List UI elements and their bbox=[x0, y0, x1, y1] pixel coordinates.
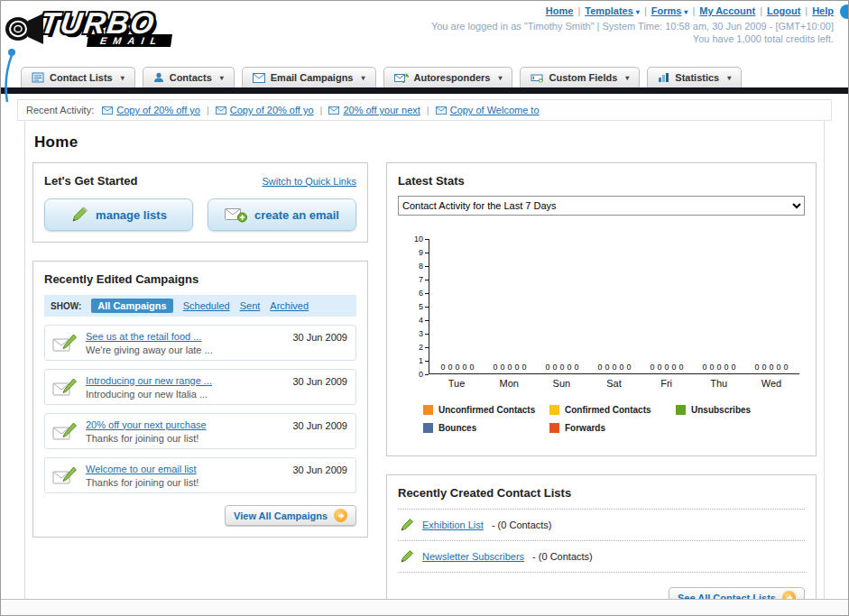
switch-to-quick-links-link[interactable]: Switch to Quick Links bbox=[262, 176, 356, 187]
filter-archived[interactable]: Archived bbox=[270, 300, 309, 311]
campaign-title-link[interactable]: Welcome to our email list bbox=[86, 464, 285, 474]
tab-contact-lists[interactable]: Contact Lists bbox=[21, 67, 135, 87]
chevron-down-icon bbox=[220, 74, 224, 82]
envelope-icon bbox=[102, 106, 113, 115]
tab-statistics[interactable]: Statistics bbox=[647, 67, 742, 87]
nav-link-logout[interactable]: Logout bbox=[767, 5, 800, 16]
stats-range-select[interactable]: Contact Activity for the Last 7 Days bbox=[398, 196, 805, 216]
recent-activity-label: Recent Activity: bbox=[26, 105, 94, 115]
chart-value: 0 bbox=[650, 363, 654, 372]
legend-label: Unsubscribes bbox=[691, 405, 751, 415]
chart-y-axis: 109876543210 bbox=[407, 239, 429, 374]
chevron-down-icon bbox=[727, 74, 731, 82]
campaign-title-link[interactable]: 20% off your next purchase bbox=[86, 419, 285, 430]
chart-value: 0 bbox=[522, 363, 527, 372]
chart-value: 0 bbox=[463, 363, 467, 372]
chart-value: 0 bbox=[761, 363, 766, 372]
nav-link-label: Forms bbox=[651, 5, 682, 16]
contact-list-link[interactable]: Exhibition List bbox=[422, 519, 484, 530]
y-axis-tick: 8 bbox=[419, 262, 429, 271]
pencil-icon bbox=[70, 207, 88, 223]
create-email-label: create an email bbox=[254, 208, 339, 222]
tab-label: Contact Lists bbox=[50, 72, 113, 83]
campaign-title-link[interactable]: See us at the retail food ... bbox=[86, 331, 285, 342]
contact-list-link[interactable]: Newsletter Subscribers bbox=[422, 551, 524, 562]
page: TURBO EMAIL Home|Templates|Forms|My Acco… bbox=[0, 0, 849, 616]
pencil-icon bbox=[400, 518, 414, 532]
left-column: Let's Get Started Switch to Quick Links … bbox=[32, 162, 368, 538]
legend-item: Unconfirmed Contacts bbox=[423, 405, 549, 415]
filter-sent[interactable]: Sent bbox=[240, 300, 261, 311]
contact-list-row[interactable]: Newsletter Subscribers - (0 Contacts) bbox=[398, 541, 805, 573]
nav-link-help[interactable]: Help bbox=[812, 5, 834, 16]
chart-value: 0 bbox=[507, 363, 512, 372]
campaign-row[interactable]: Introducing our new range ... Introducin… bbox=[44, 369, 356, 405]
chart-value: 0 bbox=[716, 363, 721, 372]
logo-cable-decoration bbox=[3, 48, 19, 104]
x-axis-label: Wed bbox=[745, 378, 798, 389]
y-axis-tick: 7 bbox=[419, 275, 429, 284]
campaign-date: 30 Jun 2009 bbox=[292, 420, 347, 431]
filter-scheduled[interactable]: Scheduled bbox=[183, 300, 230, 311]
page-title: Home bbox=[34, 133, 817, 152]
tab-custom-fields[interactable]: Custom Fields bbox=[520, 67, 640, 87]
chevron-down-icon bbox=[636, 8, 640, 16]
chevron-down-icon bbox=[498, 74, 502, 82]
legend-label: Bounces bbox=[438, 423, 476, 433]
chevron-down-icon bbox=[121, 74, 125, 82]
campaign-title-link[interactable]: Introducing our new range ... bbox=[86, 375, 285, 386]
nav-link-templates[interactable]: Templates bbox=[585, 5, 640, 16]
logo-megaphone-icon bbox=[5, 10, 44, 48]
activity-separator: | bbox=[320, 105, 323, 115]
x-axis-label: Mon bbox=[483, 378, 535, 389]
activity-link[interactable]: Copy of 20% off yo bbox=[230, 105, 314, 115]
envelope-icon bbox=[216, 106, 226, 115]
activity-separator: | bbox=[207, 105, 209, 115]
nav-separator: | bbox=[805, 5, 807, 16]
chart-value: 0 bbox=[754, 363, 759, 372]
legend-swatch bbox=[549, 405, 559, 415]
chart-value: 0 bbox=[448, 363, 452, 372]
nav-link-forms[interactable]: Forms bbox=[651, 5, 688, 16]
activity-link[interactable]: Copy of Welcome to bbox=[450, 105, 540, 115]
y-axis-tick: 4 bbox=[419, 316, 429, 325]
get-started-title: Let's Get Started bbox=[44, 174, 138, 188]
chevron-down-icon bbox=[361, 74, 365, 82]
campaign-row[interactable]: See us at the retail food ... We're givi… bbox=[44, 325, 356, 361]
nav-link-home[interactable]: Home bbox=[546, 5, 574, 16]
contact-list-row[interactable]: Exhibition List - (0 Contacts) bbox=[398, 510, 805, 541]
legend-swatch bbox=[423, 405, 433, 415]
email-campaigns-icon bbox=[253, 73, 265, 83]
x-axis-label: Fri bbox=[641, 378, 693, 389]
envelope-plus-icon bbox=[225, 207, 247, 223]
campaign-row[interactable]: 20% off your next purchase Thanks for jo… bbox=[44, 413, 356, 449]
create-email-button[interactable]: create an email bbox=[208, 198, 356, 231]
latest-stats-title: Latest Stats bbox=[398, 174, 465, 188]
panel-latest-stats: Latest Stats Contact Activity for the La… bbox=[386, 162, 817, 456]
tab-email-campaigns[interactable]: Email Campaigns bbox=[242, 67, 376, 87]
contact-lists-icon bbox=[32, 72, 44, 83]
y-axis-tick: 2 bbox=[419, 343, 429, 352]
chart-value: 0 bbox=[455, 363, 459, 372]
tab-contacts[interactable]: Contacts bbox=[143, 67, 235, 87]
nav-link-my-account[interactable]: My Account bbox=[699, 5, 755, 16]
nav-separator: | bbox=[692, 5, 695, 16]
chart-value: 0 bbox=[679, 363, 684, 372]
view-all-campaigns-button[interactable]: View All Campaigns bbox=[225, 505, 356, 526]
top-nav: Home|Templates|Forms|My Account|Logout|H… bbox=[431, 5, 834, 16]
activity-link[interactable]: 20% off your next bbox=[343, 105, 420, 115]
app-logo[interactable]: TURBO EMAIL bbox=[41, 6, 171, 47]
chart-value-group: 00000 bbox=[484, 363, 536, 373]
manage-lists-label: manage lists bbox=[96, 208, 167, 222]
manage-lists-button[interactable]: manage lists bbox=[44, 198, 193, 231]
filter-all-campaigns[interactable]: All Campaigns bbox=[91, 299, 172, 313]
chart-value: 0 bbox=[769, 363, 773, 372]
logo-text-secondary: EMAIL bbox=[87, 34, 172, 47]
tab-label: Custom Fields bbox=[549, 72, 617, 83]
campaign-row[interactable]: Welcome to our email list Thanks for joi… bbox=[44, 457, 356, 493]
recent-activity-bar: Recent Activity: Copy of 20% off yo | Co… bbox=[17, 99, 832, 121]
activity-link[interactable]: Copy of 20% off yo bbox=[116, 105, 200, 115]
tab-autoresponders[interactable]: Autoresponders bbox=[383, 67, 513, 87]
tab-label: Autoresponders bbox=[414, 72, 491, 83]
nav-separator: | bbox=[644, 5, 647, 16]
